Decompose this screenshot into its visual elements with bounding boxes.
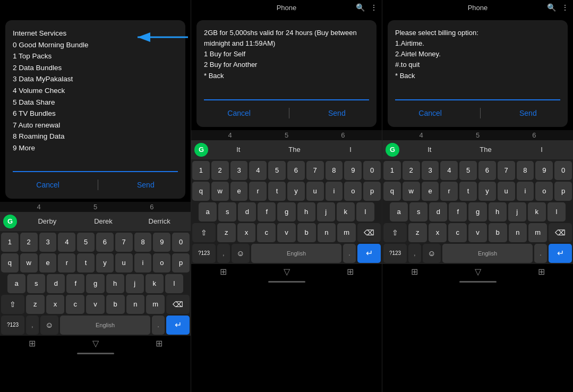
key-1[interactable]: 1	[1, 233, 19, 252]
key-t[interactable]: t	[77, 253, 95, 272]
key-3[interactable]: 3	[39, 233, 57, 252]
panel2-dialog: 2GB for 5,000shs valid for 24 hours (Buy…	[196, 20, 377, 127]
key-2[interactable]: 2	[20, 233, 38, 252]
panel3-cancel-button[interactable]: Cancel	[410, 107, 450, 120]
panel3-key-enter[interactable]: ↵	[549, 244, 572, 263]
panel2-cancel-button[interactable]: Cancel	[219, 107, 259, 120]
key-r[interactable]: r	[58, 253, 75, 272]
panel3-suggestions: G It The I	[382, 140, 573, 159]
key-4[interactable]: 4	[58, 233, 75, 252]
panel1-dialog-actions: Cancel Send	[13, 176, 178, 191]
key-q[interactable]: q	[1, 253, 19, 272]
panel1-dialog-text: Internet Services 0 Good Morning Bundle …	[13, 28, 178, 154]
key-f[interactable]: f	[66, 274, 84, 293]
key-period[interactable]: .	[152, 316, 165, 335]
key-comma[interactable]: ,	[26, 316, 39, 335]
panel2-more-icon[interactable]: ⋮	[370, 3, 378, 12]
key-d[interactable]: d	[47, 274, 65, 293]
key-emoji[interactable]: ☺	[40, 316, 58, 335]
panel2-key-space[interactable]: English	[251, 244, 341, 263]
panel1-input[interactable]	[13, 158, 178, 172]
panel3: Please select billing option: 1.Airtime.…	[382, 15, 573, 392]
panel3-key-space[interactable]: English	[442, 244, 533, 263]
panel3-keyboard: 1 2 3 4 5 6 7 8 9 0 q w e r t y	[382, 159, 573, 264]
key-c[interactable]: c	[66, 295, 84, 314]
panel3-number-strip: 4 5 6	[382, 130, 573, 140]
key-p[interactable]: p	[172, 253, 190, 272]
panel2-suggestion-2[interactable]: The	[267, 146, 323, 154]
key-l[interactable]: l	[165, 274, 183, 293]
key-s[interactable]: s	[27, 274, 45, 293]
key-8[interactable]: 8	[134, 233, 152, 252]
key-9[interactable]: 9	[153, 233, 170, 252]
key-m[interactable]: m	[146, 295, 165, 314]
panel1-suggestion-2[interactable]: Derek	[75, 217, 132, 225]
panel2-input[interactable]	[204, 87, 369, 100]
panel1-suggestion-3[interactable]: Derrick	[131, 217, 187, 225]
panel1-send-button[interactable]: Send	[129, 178, 163, 191]
panel1-number-strip: 4 5 6	[0, 202, 191, 212]
panel1-key-space[interactable]: English	[60, 316, 150, 335]
key-0[interactable]: 0	[172, 233, 190, 252]
key-w[interactable]: w	[20, 253, 38, 272]
panel2-suggestion-3[interactable]: I	[322, 146, 379, 154]
key-enter[interactable]: ↵	[166, 316, 190, 335]
key-6[interactable]: 6	[96, 233, 114, 252]
key-e[interactable]: e	[39, 253, 57, 272]
panel3-dialog: Please select billing option: 1.Airtime.…	[388, 20, 568, 127]
panel2-send-button[interactable]: Send	[320, 107, 354, 120]
panel3-suggestion-2[interactable]: The	[458, 146, 514, 154]
key-n[interactable]: n	[126, 295, 145, 314]
panel3-dialog-actions: Cancel Send	[395, 105, 560, 120]
panel3-more-icon[interactable]: ⋮	[561, 3, 569, 12]
key-i[interactable]: i	[134, 253, 152, 272]
panel1-cancel-button[interactable]: Cancel	[28, 178, 68, 191]
panel1-g-avatar: G	[3, 215, 17, 228]
key-g[interactable]: g	[86, 274, 104, 293]
panel1-bottom-nav: ⊞ ▽ ⊞	[0, 336, 191, 352]
key-a[interactable]: a	[7, 274, 25, 293]
panel1-nav-apps[interactable]: ⊞	[29, 338, 36, 348]
key-x[interactable]: x	[46, 295, 65, 314]
panel1: Internet Services 0 Good Morning Bundle …	[0, 15, 191, 392]
panel3-input[interactable]	[395, 87, 560, 100]
panel1-suggestions: G Derby Derek Derrick	[0, 212, 191, 231]
key-j[interactable]: j	[126, 274, 144, 293]
panel2-bottom-nav: ⊞ ▽ ⊞	[191, 264, 382, 280]
panel1-suggestion-1[interactable]: Derby	[19, 217, 75, 225]
panel1-nav-home[interactable]: ▽	[92, 338, 99, 348]
key-v[interactable]: v	[86, 295, 105, 314]
key-y[interactable]: y	[96, 253, 114, 272]
key-7[interactable]: 7	[115, 233, 133, 252]
panel2-key-enter[interactable]: ↵	[357, 244, 381, 263]
panel3-send-button[interactable]: Send	[511, 107, 545, 120]
key-shift[interactable]: ⇧	[1, 295, 24, 314]
panel1-dialog: Internet Services 0 Good Morning Bundle …	[5, 20, 185, 199]
key-backspace[interactable]: ⌫	[166, 295, 190, 314]
panel2-search-icon[interactable]: 🔍	[356, 3, 365, 12]
key-u[interactable]: u	[115, 253, 133, 272]
panel2-number-strip: 4 5 6	[191, 130, 382, 140]
key-h[interactable]: h	[106, 274, 124, 293]
panel3-g-avatar: G	[386, 143, 399, 157]
panel3-suggestion-3[interactable]: I	[514, 146, 570, 154]
panel2-phone-title: Phone	[277, 4, 297, 12]
key-symbols[interactable]: ?123	[1, 316, 24, 335]
panel2-suggestion-1[interactable]: It	[210, 146, 267, 154]
key-b[interactable]: b	[106, 295, 125, 314]
panel2-dialog-text: 2GB for 5,000shs valid for 24 hours (Buy…	[204, 28, 369, 81]
panel1-nav-back[interactable]: ⊞	[156, 338, 163, 348]
key-k[interactable]: k	[146, 274, 164, 293]
panel2-suggestions: G It The I	[191, 140, 382, 159]
key-z[interactable]: z	[26, 295, 45, 314]
panel3-search-icon[interactable]: 🔍	[547, 3, 556, 12]
panel2-keyboard: 1 2 3 4 5 6 7 8 9 0 q w e r t y	[191, 159, 382, 264]
panel2: 2GB for 5,000shs valid for 24 hours (Buy…	[191, 15, 382, 392]
panel2-dialog-actions: Cancel Send	[204, 105, 369, 120]
panel3-dialog-text: Please select billing option: 1.Airtime.…	[395, 28, 560, 81]
panel3-bottom-nav: ⊞ ▽ ⊞	[382, 264, 573, 280]
key-o[interactable]: o	[153, 253, 170, 272]
panel3-suggestion-1[interactable]: It	[401, 146, 458, 154]
key-5[interactable]: 5	[77, 233, 95, 252]
panel3-phone-title: Phone	[468, 4, 488, 12]
